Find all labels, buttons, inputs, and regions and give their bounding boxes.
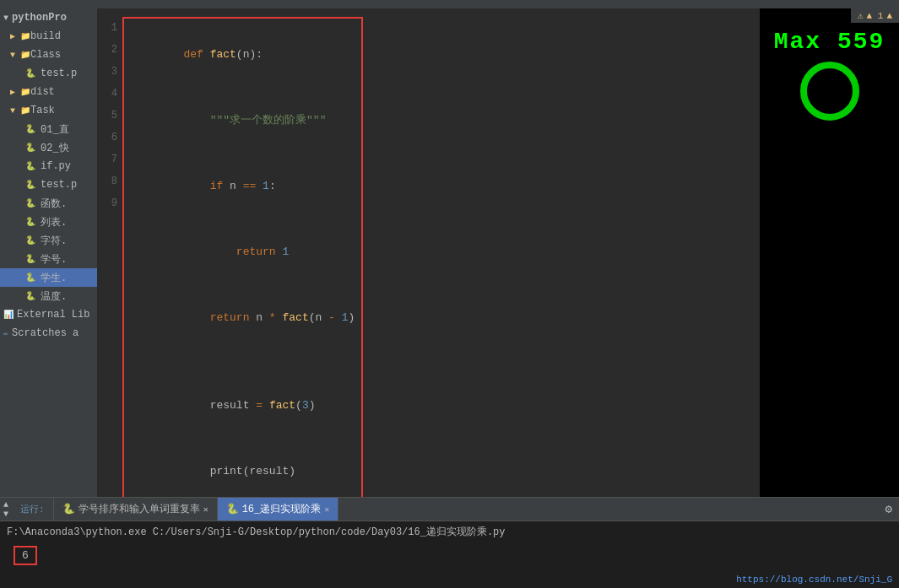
folder-icon-dist: ▶ 📁 [14, 85, 27, 99]
sidebar-label-class: Class [30, 49, 61, 61]
open-paren2: ( [295, 399, 302, 412]
sidebar-item-test-class[interactable]: 🐍 test.p [0, 64, 97, 83]
max-label: Max 559 [774, 29, 885, 55]
sidebar-item-file-02[interactable]: 🐍 02_快 [0, 138, 97, 157]
op-assign: = [256, 399, 263, 412]
code-line-1[interactable]: def fact(n): [131, 22, 355, 88]
tab1-close[interactable]: ✕ [203, 504, 209, 515]
project-header[interactable]: ▼ pythonPro [0, 8, 97, 27]
gear-icon: ⚙ [885, 503, 892, 516]
keyword-def: def [183, 48, 209, 61]
line-num-9: 9 [97, 192, 117, 214]
sidebar-item-file-func[interactable]: 🐍 函数. [0, 194, 97, 213]
var-result: result [183, 399, 256, 412]
keyword-if: if [183, 180, 230, 192]
num-3: 3 [302, 399, 309, 412]
tab1-icon: 🐍 [62, 503, 75, 515]
sidebar-item-file-student[interactable]: 🐍 学生. [0, 268, 97, 287]
code-line-4[interactable]: return 1 [131, 219, 355, 285]
tab-2[interactable]: 🐍 16_递归实现阶乘 ✕ [218, 498, 339, 521]
sidebar-label-build: build [30, 30, 61, 42]
terminal-command: F:\Anaconda3\python.exe C:/Users/Snji-G/… [0, 521, 899, 542]
sidebar-item-task[interactable]: ▼ 📁 Task [0, 101, 97, 120]
sidebar-item-file-if[interactable]: 🐍 if.py [0, 157, 97, 175]
sidebar-item-scratches[interactable]: ✏️ Scratches a [0, 324, 97, 343]
line-num-7: 7 [97, 148, 117, 170]
sidebar-item-file-num[interactable]: 🐍 学号. [0, 250, 97, 268]
warning-bar: ⚠ ▲ 1 ▲ [851, 8, 899, 23]
nav-arrows: ▲ ▼ [0, 499, 12, 521]
keyword-return2: return [183, 311, 256, 324]
code-line-2[interactable]: """求一个数的阶乘""" [131, 88, 355, 154]
fn-fact3: fact [269, 399, 295, 412]
folder-icon-task: ▼ 📁 [14, 104, 27, 117]
param-n: (n): [236, 48, 263, 61]
sidebar-label-01: 01_直 [41, 122, 69, 137]
sidebar-label-external-libs: External Lib [17, 309, 89, 321]
sidebar-item-file-01[interactable]: 🐍 01_直 [0, 120, 97, 138]
command-text: F:\Anaconda3\python.exe C:/Users/Snji-G/… [7, 526, 505, 538]
arrow-down[interactable]: ▼ [3, 510, 8, 519]
code-block: def fact(n): """求一个数的阶乘""" if n == 1: re… [122, 17, 363, 497]
line-num-8: 8 [97, 170, 117, 192]
main-area: ▼ pythonPro ▶ 📁 build ▼ 📁 Class 🐍 test.p… [0, 8, 899, 497]
colon1: : [269, 180, 276, 192]
sidebar-label-test: test.p [41, 179, 77, 191]
terminal-url: https://blog.csdn.net/Snji_G [0, 575, 899, 588]
file-icon-str: 🐍 [24, 234, 37, 247]
sidebar-label-scratches: Scratches a [12, 327, 79, 339]
ext-libs-icon: 📊 [3, 310, 14, 320]
tab-1[interactable]: 🐍 学号排序和输入单词重复率 ✕ [54, 498, 218, 521]
tab2-close[interactable]: ✕ [324, 504, 329, 515]
sidebar-item-build[interactable]: ▶ 📁 build [0, 27, 97, 46]
sidebar-item-external-libs[interactable]: 📊 External Lib [0, 305, 97, 324]
line-numbers: 1 2 3 4 5 6 7 8 9 [97, 17, 121, 214]
sidebar-item-class[interactable]: ▼ 📁 Class [0, 46, 97, 64]
fn-fact: fact [210, 48, 236, 61]
op-mul: * [269, 311, 276, 324]
result-box: 6 [14, 546, 37, 565]
sidebar-item-dist[interactable]: ▶ 📁 dist [0, 83, 97, 101]
tab1-label: 学号排序和输入单词重复率 [79, 502, 200, 516]
line-num-5: 5 [97, 105, 117, 127]
sidebar-item-file-str[interactable]: 🐍 字符. [0, 231, 97, 250]
space1 [256, 180, 263, 192]
sidebar-item-file-list[interactable]: 🐍 列表. [0, 213, 97, 231]
print-args: (result) [243, 465, 295, 477]
code-line-8[interactable]: print(result) [131, 439, 355, 497]
docstring: """求一个数的阶乘""" [183, 114, 326, 127]
sidebar-label-list: 列表. [41, 215, 67, 229]
code-line-5[interactable]: return n * fact(n - 1) [131, 285, 355, 351]
file-icon-func: 🐍 [24, 197, 37, 210]
top-bar [0, 0, 899, 8]
line-num-1: 1 [97, 17, 117, 39]
sidebar-label-student: 学生. [41, 271, 67, 285]
caret-icon: ▼ [3, 13, 8, 23]
op-eq: == [243, 180, 257, 192]
sidebar-item-file-temp[interactable]: 🐍 温度. [0, 287, 97, 305]
close-paren: ) [349, 311, 355, 324]
code-line-3[interactable]: if n == 1: [131, 154, 355, 219]
code-line-7[interactable]: result = fact(3) [131, 373, 355, 439]
gear-button[interactable]: ⚙ [885, 502, 892, 516]
space4 [263, 399, 269, 412]
sidebar-item-file-test[interactable]: 🐍 test.p [0, 175, 97, 194]
file-icon-02: 🐍 [24, 141, 37, 154]
space3 [335, 311, 342, 324]
file-icon-test-class: 🐍 [24, 67, 37, 80]
file-icon-num: 🐍 [24, 252, 37, 266]
file-icon-student: 🐍 [24, 271, 37, 284]
sidebar-label-task: Task [30, 105, 55, 116]
arrow-up[interactable]: ▲ [3, 500, 8, 510]
chevron-up-icon: ▲ [886, 11, 892, 21]
right-panel: ⚠ ▲ 1 ▲ Max 559 [760, 8, 899, 497]
var-n: n [230, 180, 243, 192]
line-num-2: 2 [97, 39, 117, 61]
num-1b: 1 [282, 245, 289, 258]
code-line-6 [131, 351, 355, 373]
line-num-4: 4 [97, 83, 117, 105]
sidebar-label-02: 02_快 [41, 141, 69, 155]
close-paren2: ) [309, 399, 316, 412]
warning-icon: ⚠ [858, 10, 864, 21]
scratches-icon: ✏️ [3, 328, 8, 338]
